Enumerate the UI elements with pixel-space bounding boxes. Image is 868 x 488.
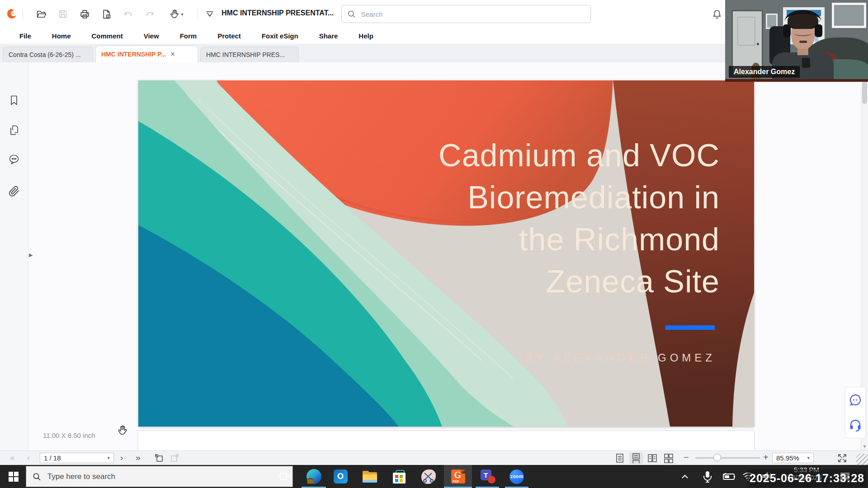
hand-cursor (117, 424, 128, 436)
redo-button[interactable] (142, 6, 158, 22)
caret-down-icon: ▾ (107, 455, 110, 461)
paperclip-icon (8, 185, 20, 197)
zoom-slider-track[interactable] (695, 457, 760, 459)
feedback-chat-icon[interactable] (849, 393, 862, 407)
menu-foxit-esign[interactable]: Foxit eSign (251, 32, 309, 40)
document-workspace: ▶ (0, 62, 868, 450)
convert-page-button[interactable] (98, 6, 114, 22)
bookmarks-panel-button[interactable] (8, 94, 20, 107)
panel-expander-arrow[interactable]: ▶ (29, 252, 33, 258)
statusbar: « ‹ 1 / 18 ▾ › » − + 85.95% (0, 450, 868, 465)
pdf-page-1[interactable]: Cadmium and VOC Bioremediation in the Ri… (138, 80, 754, 427)
window-resize-grip[interactable] (856, 454, 868, 465)
page-number-combobox[interactable]: 1 / 18 ▾ (40, 453, 114, 463)
taskbar-app-teams[interactable]: T (473, 465, 501, 488)
zoom-icon: zoom (509, 469, 524, 484)
menu-file[interactable]: File (9, 32, 42, 40)
screen: ▾ HMC INTERNSHIP PRESENTAT... File Home … (0, 0, 868, 488)
continuous-view-button[interactable] (629, 452, 643, 464)
open-file-button[interactable] (33, 6, 49, 22)
task-view-icon (278, 470, 289, 482)
zoom-in-button[interactable]: + (763, 452, 769, 463)
taskbar-app-snipping-tool[interactable] (415, 465, 443, 488)
notification-bell-icon[interactable] (709, 6, 725, 22)
tray-battery-icon[interactable] (722, 473, 736, 481)
taskbar-search-box[interactable] (26, 466, 293, 487)
taskbar-app-file-explorer[interactable] (356, 465, 384, 488)
next-page-button[interactable]: › (120, 453, 123, 462)
last-page-button[interactable]: » (136, 453, 141, 462)
search-input[interactable] (360, 10, 585, 19)
page-size-label: 11.00 X 8.50 inch (43, 432, 95, 439)
menu-share[interactable]: Share (309, 32, 349, 40)
pages-panel-button[interactable] (8, 124, 20, 136)
menu-comment[interactable]: Comment (81, 32, 133, 40)
next-view-button[interactable] (169, 453, 180, 464)
search-box[interactable] (341, 5, 591, 23)
slide-byline: BY ALEXANDER GOMEZ (525, 352, 716, 364)
print-button[interactable] (76, 6, 93, 22)
outlook-letter: O (337, 472, 344, 481)
taskbar-app-outlook[interactable]: O (326, 465, 354, 488)
bookmark-icon (8, 94, 20, 107)
facing-view-button[interactable] (646, 452, 659, 464)
taskbar-app-store[interactable] (385, 465, 413, 488)
foxit-logo-icon[interactable] (4, 6, 20, 22)
slide-title-line: Bioremediation in (439, 177, 720, 219)
previous-view-button[interactable] (154, 453, 165, 464)
support-headset-icon[interactable] (849, 418, 862, 432)
webcam-name-tag: Alexander Gomez (729, 66, 800, 78)
slide-title-line: Cadmium and VOC (439, 135, 720, 177)
tab-close-icon[interactable]: × (170, 50, 175, 58)
menu-view[interactable]: View (133, 32, 170, 40)
attachments-panel-button[interactable] (8, 185, 20, 197)
facing-continuous-view-button[interactable] (662, 452, 675, 464)
zoom-slider-knob[interactable] (713, 454, 721, 461)
pdf-page-2-sliver[interactable] (138, 431, 754, 450)
divider (23, 8, 23, 20)
slide-title-line: Zeneca Site (439, 261, 720, 303)
previous-page-button[interactable]: ‹ (27, 453, 30, 462)
taskbar-search-input[interactable] (47, 472, 286, 482)
start-button[interactable] (5, 470, 22, 483)
chevron-up-icon (680, 472, 690, 482)
single-page-view-button[interactable] (613, 452, 627, 464)
windows-taskbar: O (0, 465, 868, 488)
menu-help[interactable]: Help (348, 32, 384, 40)
first-page-button[interactable]: « (10, 453, 15, 462)
zoom-level-combobox[interactable]: 85.95% ▾ (772, 453, 814, 463)
slide-title: Cadmium and VOC Bioremediation in the Ri… (439, 135, 720, 303)
zoom-out-button[interactable]: − (684, 452, 689, 463)
zoom-level: 85.95% (776, 454, 799, 462)
scroll-down-icon[interactable]: ▼ (861, 444, 868, 449)
taskbar-app-zoom[interactable]: zoom (503, 465, 531, 488)
tab-hmc-internship-2[interactable]: HMC INTERNSHIP PRES... (200, 47, 299, 62)
teams-icon: T (481, 469, 495, 483)
undo-button[interactable] (120, 6, 136, 22)
zoom-wordmark: zoom (510, 474, 523, 479)
tab-hmc-internship-active[interactable]: HMC INTERNSHIP P... × (95, 46, 198, 62)
menu-home[interactable]: Home (42, 32, 81, 40)
tab-label: HMC INTERNSHIP PRES... (206, 51, 285, 58)
tab-contra-costa[interactable]: Contra Costa (6-26-25) ... (3, 47, 93, 62)
select-annotation-button[interactable] (202, 6, 218, 22)
fullscreen-button[interactable] (837, 453, 847, 463)
tab-label: HMC INTERNSHIP P... (101, 51, 166, 58)
menu-protect[interactable]: Protect (207, 32, 251, 40)
task-view-button[interactable] (278, 470, 289, 482)
slide-title-line: the Richmond (439, 219, 720, 261)
headphone-cup-right (815, 24, 822, 37)
video-bottom-strip (725, 79, 868, 82)
comments-panel-button[interactable] (8, 153, 20, 166)
divider (197, 8, 198, 20)
tray-show-hidden-icons[interactable] (680, 472, 690, 482)
taskbar-app-foxit-active[interactable]: G PDF (444, 465, 472, 488)
caret-down-icon: ▾ (181, 12, 183, 17)
tray-microphone-icon[interactable] (702, 470, 713, 483)
hand-tool-button[interactable]: ▾ (165, 6, 187, 22)
taskbar-app-edge[interactable] (300, 465, 328, 488)
menu-form[interactable]: Form (170, 32, 208, 40)
tab-label: Contra Costa (6-26-25) ... (9, 51, 81, 58)
headphone-cup-left (783, 24, 791, 37)
save-button[interactable] (55, 6, 71, 22)
